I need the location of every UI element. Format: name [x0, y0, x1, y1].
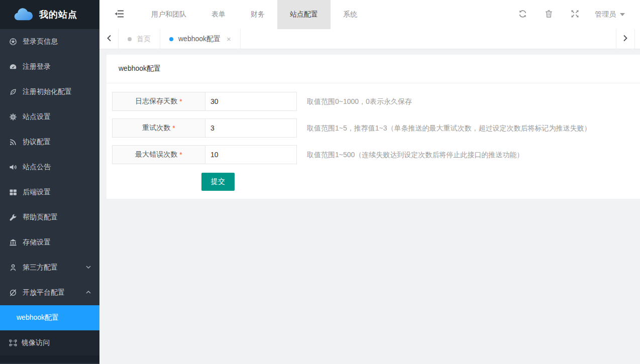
tab-status-dot [169, 37, 173, 41]
field-hint-retry-count: 取值范围1~5，推荐值1~3（单条推送的最大重试次数，超过设定次数后将标记为推送… [307, 118, 591, 138]
required-asterisk: * [172, 124, 175, 132]
required-asterisk: * [179, 97, 182, 105]
label-text: 重试次数 [142, 124, 170, 133]
sidebar-item-protocol-config[interactable]: 协议配置 [0, 130, 99, 155]
clear-cache-button[interactable] [536, 0, 562, 29]
sidebar-item-label: 存储设置 [23, 238, 51, 247]
page-tabbar: 首页 webhook配置 × [99, 29, 640, 49]
webhook-config-card: webhook配置 日志保存天数* 取值范围0~1000，0表示永久保存 重试次… [106, 55, 640, 199]
chevron-down-icon [620, 13, 625, 16]
tabs-scroll-right-button[interactable] [616, 29, 635, 49]
brand-logo[interactable]: 我的站点 [0, 0, 99, 29]
field-hint-log-retention: 取值范围0~1000，0表示永久保存 [307, 92, 412, 111]
mirror-icon [9, 339, 17, 347]
retry-count-input[interactable] [205, 118, 297, 138]
user-icon [9, 264, 17, 272]
sidebar-item-label: 后端设置 [23, 188, 51, 197]
tabbar-right-pad [635, 29, 640, 49]
sidebar-item-label: 第三方配置 [23, 263, 58, 272]
user-menu[interactable]: 管理员 [588, 0, 640, 29]
sidebar-item-login-page-info[interactable]: 登录页信息 [0, 29, 99, 54]
field-label-retry-count: 重试次数* [112, 118, 205, 138]
tab-label: webhook配置 [178, 35, 221, 44]
gear-icon [9, 113, 17, 121]
sidebar-item-webhook-config[interactable]: webhook配置 [0, 305, 99, 330]
sidebar-item-third-party-config[interactable]: 第三方配置 [0, 255, 99, 280]
form-row-retry-count: 重试次数* 取值范围1~5，推荐值1~3（单条推送的最大重试次数，超过设定次数后… [112, 118, 632, 138]
sidebar-submenu-footer [0, 355, 99, 363]
sidebar-item-register-login[interactable]: 注册登录 [0, 54, 99, 79]
form-row-log-retention: 日志保存天数* 取值范围0~1000，0表示永久保存 [112, 92, 632, 111]
top-header: 用户和团队 表单 财务 站点配置 系统 [99, 0, 640, 29]
sidebar-item-backend-settings[interactable]: 后端设置 [0, 180, 99, 205]
globe-icon [9, 38, 17, 46]
sidebar-item-site-settings[interactable]: 站点设置 [0, 104, 99, 130]
fullscreen-button[interactable] [562, 0, 588, 29]
sidebar-item-help-page-config[interactable]: 帮助页配置 [0, 205, 99, 230]
rss-icon [9, 138, 17, 146]
sidebar-item-label: 站点设置 [23, 112, 51, 122]
webhook-config-form: 日志保存天数* 取值范围0~1000，0表示永久保存 重试次数* 取值范围1~5… [106, 83, 640, 191]
cloud-logo-icon [13, 8, 33, 22]
quill-icon [9, 88, 17, 96]
user-name: 管理员 [595, 10, 616, 19]
label-text: 最大错误次数 [135, 150, 177, 159]
sidebar-item-site-announcement[interactable]: 站点公告 [0, 155, 99, 180]
sidebar-submenu: webhook配置 镜像访问 [0, 305, 99, 363]
sidebar-item-label: 帮助页配置 [23, 213, 58, 222]
field-hint-max-error-count: 取值范围1~500（连续失败达到设定次数后将停止此接口的推送功能） [307, 145, 523, 164]
sidebar-fold-button[interactable] [99, 0, 139, 29]
field-label-log-retention: 日志保存天数* [112, 92, 205, 111]
tab-home[interactable]: 首页 [119, 29, 160, 49]
fullscreen-icon [571, 10, 579, 20]
refresh-icon [518, 10, 527, 20]
tab-label: 首页 [137, 35, 151, 44]
tabs-scroll-left-button[interactable] [99, 29, 119, 49]
top-nav-site-config[interactable]: 站点配置 [277, 0, 331, 29]
circle-slash-icon [9, 289, 17, 297]
sidebar-menu: 登录页信息 注册登录 注册初始化配置 [0, 29, 99, 363]
sidebar-item-label: 协议配置 [23, 138, 51, 147]
top-nav-forms[interactable]: 表单 [199, 0, 238, 29]
tab-webhook-config[interactable]: webhook配置 × [160, 29, 241, 49]
sidebar-item-label: 站点公告 [23, 163, 51, 172]
chevron-right-icon [622, 35, 628, 44]
grid-icon [9, 188, 17, 196]
sidebar-item-label: 注册登录 [23, 62, 51, 71]
sidebar: 我的站点 登录页信息 注册登录 注册 [0, 0, 99, 364]
max-error-count-input[interactable] [205, 145, 297, 164]
trash-icon [545, 10, 553, 20]
log-retention-input[interactable] [205, 92, 297, 111]
header-actions: 管理员 [509, 0, 640, 29]
bank-icon [9, 238, 17, 247]
wrench-icon [9, 213, 17, 221]
sidebar-item-register-init-config[interactable]: 注册初始化配置 [0, 79, 99, 104]
label-text: 日志保存天数 [135, 97, 177, 106]
menu-fold-icon [115, 10, 124, 20]
top-nav-system[interactable]: 系统 [331, 0, 370, 29]
sidebar-item-label: 注册初始化配置 [23, 87, 72, 96]
chevron-up-icon [85, 289, 92, 296]
field-label-max-error-count: 最大错误次数* [112, 145, 205, 164]
sidebar-item-open-platform-config[interactable]: 开放平台配置 [0, 280, 99, 305]
refresh-button[interactable] [509, 0, 536, 29]
top-nav-finance[interactable]: 财务 [238, 0, 277, 29]
required-asterisk: * [179, 151, 182, 159]
chevron-down-icon [85, 264, 92, 271]
sidebar-item-label: webhook配置 [17, 313, 59, 322]
card-title: webhook配置 [106, 55, 640, 83]
tab-close-icon[interactable]: × [227, 35, 231, 43]
sidebar-item-mirror-access[interactable]: 镜像访问 [0, 330, 99, 355]
speaker-icon [9, 163, 17, 171]
sidebar-item-storage-settings[interactable]: 存储设置 [0, 230, 99, 255]
main-content: webhook配置 日志保存天数* 取值范围0~1000，0表示永久保存 重试次… [99, 50, 640, 364]
tab-status-dot [128, 37, 132, 41]
chevron-left-icon [106, 35, 112, 44]
top-nav-users-teams[interactable]: 用户和团队 [139, 0, 199, 29]
submit-button[interactable]: 提交 [201, 173, 235, 191]
top-nav: 用户和团队 表单 财务 站点配置 系统 [139, 0, 370, 29]
brand-title: 我的站点 [39, 9, 77, 21]
sidebar-item-label: 开放平台配置 [23, 288, 65, 297]
form-row-max-error-count: 最大错误次数* 取值范围1~500（连续失败达到设定次数后将停止此接口的推送功能… [112, 145, 632, 164]
dashboard-icon [9, 63, 17, 71]
